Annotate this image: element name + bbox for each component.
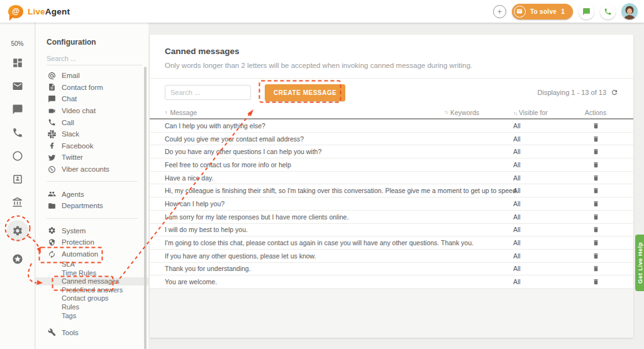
sidebar-item-contact-form[interactable]: Contact form <box>36 82 148 94</box>
sidebar-item-video-chat[interactable]: Video chat <box>36 105 148 117</box>
dashboard-nav-button[interactable] <box>7 57 28 69</box>
messages-search-input[interactable] <box>165 85 251 100</box>
delete-icon[interactable] <box>592 148 599 155</box>
sidebar-subitem-label: SLA <box>62 260 75 268</box>
delete-icon[interactable] <box>592 174 599 182</box>
online-status-nav-button[interactable] <box>7 150 28 162</box>
column-header-visible-for[interactable]: ↑↓ Visible for <box>513 109 573 116</box>
column-header-keywords[interactable]: ↑↓Keywords <box>444 109 513 116</box>
addons-nav-button[interactable] <box>7 253 28 265</box>
column-header-label: Keywords <box>450 109 479 116</box>
sidebar-scrollbar[interactable] <box>144 67 147 349</box>
sidebar-item-label: Tools <box>62 329 79 336</box>
table-row[interactable]: How can I help you?All <box>150 197 633 211</box>
add-new-button[interactable] <box>493 5 506 18</box>
sidebar-divider <box>47 218 138 219</box>
delete-icon[interactable] <box>592 226 599 233</box>
sidebar-subitem-tags[interactable]: Tags <box>36 311 148 320</box>
table-row[interactable]: Do you have any other questions I can he… <box>150 145 633 158</box>
visible-for-cell: All <box>513 135 573 143</box>
calls-button[interactable] <box>600 4 616 19</box>
sidebar-item-call[interactable]: Call <box>36 116 148 128</box>
form-icon <box>48 83 56 91</box>
delete-icon[interactable] <box>592 252 599 260</box>
companies-nav-button[interactable] <box>7 197 28 208</box>
sidebar-item-email[interactable]: Email <box>36 70 148 82</box>
table-row[interactable]: If you have any other questions, please … <box>150 250 633 263</box>
sync-icon <box>48 250 56 258</box>
message-cell: I will do my best to help you. <box>165 226 248 233</box>
chats-button[interactable] <box>579 4 594 19</box>
delete-icon[interactable] <box>592 239 599 247</box>
delete-icon[interactable] <box>592 265 599 272</box>
message-cell: Can I help you with anything else? <box>165 122 265 130</box>
table-row[interactable]: Hi, my colleague is finishing their shif… <box>150 184 633 197</box>
sidebar-title: Configuration <box>47 38 148 47</box>
top-bar: @ LiveAgent To solve 1 <box>0 0 644 23</box>
sidebar-subitem-rules[interactable]: Rules <box>36 302 148 311</box>
column-header-label: Message <box>170 109 197 116</box>
sidebar-subitem-time-rules[interactable]: Time Rules <box>36 269 148 277</box>
table-row[interactable]: Can I help you with anything else?All <box>150 119 633 133</box>
sidebar-item-viber[interactable]: Viber accounts <box>36 163 148 175</box>
delete-icon[interactable] <box>592 200 599 208</box>
sidebar-subitem-predefined-answers[interactable]: Predefined answers <box>36 285 148 294</box>
facebook-icon <box>48 141 56 150</box>
to-solve-button[interactable]: To solve 1 <box>512 4 573 19</box>
sidebar-item-tools[interactable]: Tools <box>36 326 148 338</box>
visible-for-cell: All <box>513 278 573 285</box>
table-toolbar: CREATE MESSAGE Displaying 1 - 13 of 13 <box>150 79 633 106</box>
sidebar-item-agents[interactable]: Agents <box>36 188 148 200</box>
user-avatar[interactable] <box>621 3 638 19</box>
dashboard-icon <box>12 57 23 69</box>
table-row[interactable]: I'm going to close this chat, please con… <box>150 236 633 250</box>
sidebar-subitem-contact-groups[interactable]: Contact groups <box>36 294 148 303</box>
sidebar-item-automation[interactable]: Automation <box>36 248 148 260</box>
viber-icon <box>48 165 56 174</box>
table-row[interactable]: Feel free to contact us for more info or… <box>150 158 633 172</box>
table-row[interactable]: I am sorry for my late responses but I h… <box>150 211 633 224</box>
calls-nav-button[interactable] <box>7 127 28 138</box>
sidebar-item-chat[interactable]: Chat <box>36 93 148 105</box>
sidebar-item-label: Email <box>62 72 80 79</box>
sidebar-item-slack[interactable]: Slack <box>36 128 148 140</box>
table-row[interactable]: You are welcome.All <box>150 275 633 289</box>
liveagent-logo[interactable]: @ LiveAgent <box>0 5 70 18</box>
sidebar-item-system[interactable]: System <box>36 225 148 237</box>
visible-for-cell: All <box>513 213 573 221</box>
chats-nav-button[interactable] <box>7 104 28 115</box>
create-message-button[interactable]: CREATE MESSAGE <box>265 84 345 101</box>
table-row[interactable]: I will do my best to help you.All <box>150 224 633 237</box>
page-subtitle: Only words longer than 2 letters will be… <box>165 62 618 69</box>
sidebar-item-departments[interactable]: Departments <box>36 200 148 212</box>
sidebar-divider <box>47 181 138 182</box>
message-cell: I am sorry for my late responses but I h… <box>165 213 348 221</box>
message-cell: How can I help you? <box>165 200 225 208</box>
table-row[interactable]: Could you give me your contact email add… <box>150 133 633 146</box>
sidebar-subitem-label: Rules <box>62 303 79 311</box>
refresh-icon[interactable] <box>611 89 618 96</box>
sidebar-subitem-canned-messages[interactable]: Canned messages <box>36 277 148 286</box>
sidebar-item-twitter[interactable]: Twitter <box>36 152 148 163</box>
bank-icon <box>12 197 23 208</box>
column-header-message[interactable]: ↑Message <box>165 109 444 116</box>
delete-icon[interactable] <box>592 278 599 285</box>
shield-icon <box>48 238 56 247</box>
tickets-nav-button[interactable] <box>7 80 28 92</box>
delete-icon[interactable] <box>592 135 599 143</box>
table-row[interactable]: Have a nice day.All <box>150 172 633 185</box>
sidebar-item-protection[interactable]: Protection <box>36 236 148 248</box>
sidebar-search-input[interactable] <box>47 53 142 65</box>
delete-icon[interactable] <box>592 187 599 194</box>
delete-icon[interactable] <box>592 122 599 130</box>
column-header-label: Actions <box>585 109 606 116</box>
delete-icon[interactable] <box>592 213 599 221</box>
sidebar-subitem-sla[interactable]: SLA <box>36 260 148 269</box>
sidebar-subitem-label: Tags <box>62 312 76 319</box>
get-live-help-tab[interactable]: Get Live Help <box>635 235 644 291</box>
sidebar-item-facebook[interactable]: Facebook <box>36 140 148 152</box>
table-row[interactable]: Thank you for understanding.All <box>150 263 633 276</box>
contacts-nav-button[interactable] <box>7 174 28 185</box>
delete-icon[interactable] <box>592 161 599 169</box>
configuration-nav-button[interactable] <box>7 220 28 241</box>
